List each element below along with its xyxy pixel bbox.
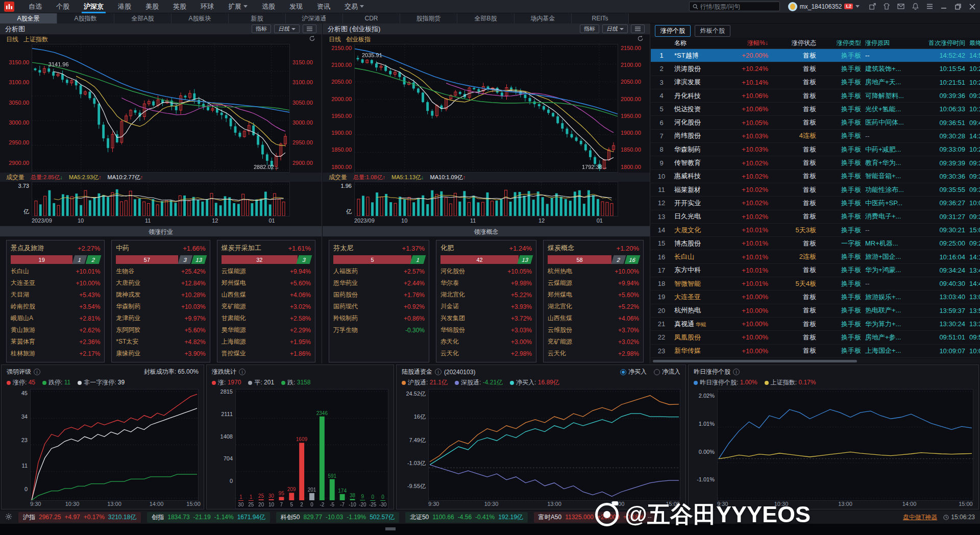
tab-2[interactable]: A股指数 (57, 13, 114, 23)
limit-row-8[interactable]: 8华森制药+10.03%首板换手板中药+减肥...09:33:0910:2 (651, 143, 980, 156)
limit-row-23[interactable]: 23新华传媒+10.00%首板换手板上海国企+...10:09:0710:0 (651, 345, 980, 358)
stock-row[interactable]: 山西焦煤+4.06% (548, 312, 639, 324)
info-icon[interactable] (34, 369, 40, 375)
stock-row[interactable]: 人福医药+2.57% (333, 265, 425, 277)
stock-row[interactable]: 长白山+10.01% (11, 265, 100, 277)
tab-7[interactable]: CDR (343, 13, 400, 23)
menu-item-10[interactable]: 发现 (282, 0, 310, 13)
stock-row[interactable]: 云煤能源+9.94% (222, 265, 311, 277)
stock-row[interactable]: 华森制药+10.03% (116, 301, 205, 312)
info-icon[interactable] (435, 369, 442, 375)
skin-theme-icon[interactable] (883, 3, 890, 10)
period-dropdown[interactable]: 日线 (274, 25, 300, 33)
stock-row[interactable]: 恩华药业+2.44% (333, 277, 425, 289)
panel-menu-button[interactable] (631, 25, 645, 33)
app-logo-icon[interactable] (4, 2, 14, 12)
stock-row[interactable]: 中国神华+1.85% (222, 359, 311, 362)
info-icon[interactable] (733, 369, 740, 375)
stock-row[interactable]: 云煤能源+9.94% (548, 277, 639, 289)
menu-item-6[interactable]: 英股 (166, 0, 193, 13)
reset-zoom-icon[interactable] (309, 35, 315, 43)
stock-row[interactable]: 国药股份+1.76% (333, 289, 425, 301)
index-沪指[interactable]: 沪指2967.25+4.97+0.17%3210.18亿 (18, 512, 141, 523)
stock-row[interactable]: 大唐药业+12.84% (116, 277, 205, 289)
stock-row[interactable]: 川金诺+3.93% (440, 301, 532, 312)
menu-item-7[interactable]: 环球 (193, 0, 221, 13)
limit-row-21[interactable]: 21真视通华鲲+10.00%首板换手板华为算力+...13:30:2413:3 (651, 318, 980, 331)
stock-row[interactable]: 九华旅游+1.97% (11, 359, 100, 362)
stock-row[interactable]: 郑州煤电+5.60% (222, 277, 311, 289)
limit-row-13[interactable]: 13日久光电+10.02%首板换手板消费电子+...09:31:2709:3 (651, 210, 980, 224)
stock-row[interactable]: 生物谷+25.42% (116, 265, 205, 277)
stock-row[interactable]: 黄山旅游+2.62% (11, 324, 100, 336)
radio-净买入[interactable]: 净买入 (620, 368, 647, 376)
tab-10[interactable]: 场内基金 (514, 13, 572, 23)
stock-row[interactable]: 东阿阿胶+5.60% (116, 324, 205, 336)
mail-icon[interactable] (897, 3, 904, 10)
sector-card-1[interactable]: 景点及旅游+2.27%1912长白山+10.01%大连圣亚+10.00%天目湖+… (6, 240, 105, 362)
tab-9[interactable]: 全部B股 (457, 13, 514, 23)
stock-row[interactable]: 晋控煤业+1.86% (222, 348, 311, 359)
stock-row[interactable]: *ST太安+4.82% (116, 336, 205, 348)
menu-item-9[interactable]: 选股 (255, 0, 282, 13)
panel-menu-button[interactable] (303, 25, 316, 33)
period-dropdown[interactable]: 日线 (602, 25, 628, 33)
menu-item-1[interactable]: 自选 (21, 0, 49, 13)
menu-item-4[interactable]: 港股 (111, 0, 138, 13)
search-box[interactable] (689, 2, 780, 11)
tab-5[interactable]: 新股 (229, 13, 286, 23)
limit-row-15[interactable]: 15博杰股份+10.01%首板一字板MR+机器...09:25:0009:2 (651, 237, 980, 250)
menu-item-5[interactable]: 美股 (138, 0, 166, 13)
stock-row[interactable]: 云天化+2.98% (440, 348, 532, 359)
stock-row[interactable]: 天目湖+5.43% (11, 289, 100, 301)
stock-row[interactable]: 兖矿能源+3.02% (548, 336, 639, 348)
stock-row[interactable]: 江中药业+3.10% (116, 359, 205, 362)
limit-row-1[interactable]: 1*ST越博+20.00%首板换手板--14:52:4214:5 (651, 49, 980, 62)
bell-icon[interactable] (912, 3, 919, 10)
limit-tab-1[interactable]: 涨停个股 (655, 25, 691, 37)
stock-row[interactable]: 康缘药业+3.90% (116, 348, 205, 359)
reset-zoom-icon[interactable] (637, 35, 644, 43)
stock-row[interactable]: 国药现代+0.92% (333, 301, 425, 312)
chinext-candlestick-chart[interactable] (355, 44, 618, 172)
stock-row[interactable]: 上海能源+1.95% (222, 336, 311, 348)
limit-row-2[interactable]: 2洪涛股份+10.24%首板换手板建筑装饰+...10:15:5410:2 (651, 62, 980, 76)
index-富时A50[interactable]: 富时A5011325.000+20.000+0.18%-- (534, 512, 656, 523)
horizontal-scrollbar[interactable] (651, 359, 980, 363)
stock-row[interactable]: 桂林旅游+2.17% (11, 348, 100, 359)
limit-row-5[interactable]: 5悦达投资+10.06%首板换手板光伏+氢能...10:06:3310:1 (651, 103, 980, 116)
stock-row[interactable]: 兴发集团+3.72% (440, 312, 532, 324)
gear-icon[interactable] (5, 513, 12, 522)
stock-row[interactable]: 湖北宜化+5.22% (440, 289, 532, 301)
limit-row-18[interactable]: 18智微智能+10.01%5天4板换手板--09:40:3014:4 (651, 277, 980, 290)
stock-row[interactable]: 龙津药业+9.97% (116, 312, 205, 324)
sse-candlestick-chart[interactable] (32, 44, 289, 172)
sector-card-3[interactable]: 煤炭开采加工+1.61%323云煤能源+9.94%郑州煤电+5.60%山西焦煤+… (217, 240, 315, 362)
tab-1[interactable]: A股全景 (0, 13, 57, 23)
limit-row-19[interactable]: 19大连圣亚+10.00%首板换手板旅游娱乐+...13:03:4013:0 (651, 290, 980, 304)
stock-row[interactable]: 大连圣亚+10.00% (11, 277, 100, 289)
stock-row[interactable]: 湖北宜化+5.22% (548, 301, 639, 312)
list-menu-icon[interactable] (926, 3, 933, 10)
stock-row[interactable]: 云天化+2.98% (548, 348, 639, 359)
stock-row[interactable]: 兖矿能源+3.02% (222, 301, 311, 312)
index-创指[interactable]: 创指1834.73-21.19-1.14%1671.94亿 (147, 512, 270, 523)
tab-11[interactable]: REITs (572, 13, 629, 23)
user-account[interactable]: mx_184106352 L2 (788, 2, 860, 11)
stock-row[interactable]: 赤天化+3.00% (440, 336, 532, 348)
index-科创50[interactable]: 科创50829.77-10.03-1.19%502.57亿 (276, 512, 399, 523)
limit-row-14[interactable]: 14大晟文化+10.01%5天3板换手板--09:30:2115:0 (651, 224, 980, 237)
menu-item-2[interactable]: 个股 (49, 0, 77, 13)
limit-row-3[interactable]: 3津滨发展+10.14%首板换手板房地产+天...10:21:5110:2 (651, 76, 980, 89)
stock-row[interactable]: 山西焦煤+4.06% (222, 289, 311, 301)
stock-row[interactable]: 郑州煤电+5.60% (548, 289, 639, 301)
info-icon[interactable] (239, 369, 246, 375)
stock-row[interactable]: 河化股份+10.05% (440, 265, 532, 277)
tab-4[interactable]: A股板块 (172, 13, 229, 23)
stock-row[interactable]: 万孚生物-0.30% (333, 324, 425, 336)
index-北证50[interactable]: 北证501100.66-4.56-0.41%192.19亿 (405, 512, 528, 523)
close-icon[interactable] (969, 3, 976, 10)
limit-row-12[interactable]: 12开开实业+10.02%首板换手板中医药+SP...09:36:2710:0 (651, 197, 980, 210)
menu-item-8[interactable]: 扩展 (221, 0, 255, 13)
sector-card-4[interactable]: 芬太尼+1.37%51人福医药+2.57%恩华药业+2.44%国药股份+1.76… (329, 240, 429, 362)
